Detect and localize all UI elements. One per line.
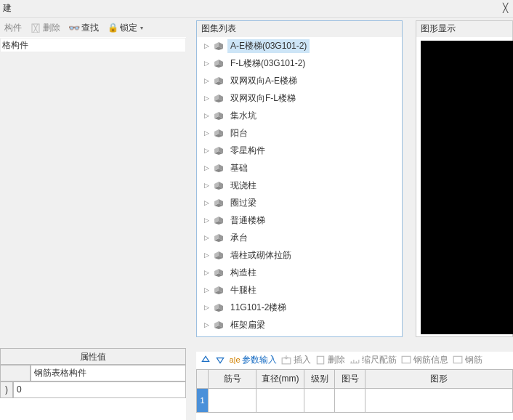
tree-item[interactable]: ▷A-E楼梯(03G101-2) [200, 37, 400, 54]
left-item-row[interactable]: 格构件 [0, 38, 186, 52]
lock-button[interactable]: 🔒 锁定 ▾ [103, 18, 148, 37]
expand-icon[interactable]: ▷ [203, 112, 210, 119]
delete-button[interactable]: 删除 [26, 18, 65, 37]
steel-icon [453, 355, 463, 365]
col-level[interactable]: 级别 [304, 370, 335, 389]
delete-icon-2 [315, 355, 326, 365]
expand-icon[interactable]: ▷ [203, 147, 210, 154]
rebar-info-button[interactable]: 钢筋信息 [401, 354, 448, 366]
tree-item[interactable]: ▷双网双向F-L楼梯 [200, 89, 400, 107]
tree-item[interactable]: ▷承台 [200, 229, 400, 246]
tree-item[interactable]: ▷11G101-2楼梯 [200, 299, 400, 316]
component-button[interactable]: 构件 [0, 18, 26, 37]
left-item-label: 格构件 [2, 40, 28, 50]
expand-icon[interactable]: ▷ [203, 60, 210, 67]
find-button[interactable]: 👓 查找 [65, 18, 103, 37]
cell-jinhao[interactable] [209, 389, 256, 413]
tree-item[interactable]: ▷双网双向A-E楼梯 [200, 72, 400, 89]
tree-item-label: 零星构件 [227, 144, 268, 158]
scale-button[interactable]: 缩尺配筋 [350, 354, 397, 366]
expand-icon[interactable]: ▷ [203, 286, 210, 294]
row-number: 1 [197, 389, 209, 413]
prop-cell-b2[interactable]: 0 [13, 381, 186, 398]
table-row[interactable]: 1 [197, 389, 513, 413]
col-shape[interactable]: 图形 [365, 370, 513, 389]
expand-icon[interactable]: ▷ [203, 269, 210, 276]
col-tunum[interactable]: 图号 [335, 370, 365, 389]
table-row: ) 0 [0, 381, 186, 398]
tree-item[interactable]: ▷牛腿柱 [200, 281, 400, 299]
graphic-canvas [421, 41, 513, 334]
expand-icon[interactable]: ▷ [203, 251, 210, 259]
expand-icon[interactable]: ▷ [203, 164, 210, 171]
tree-item[interactable]: ▷零星构件 [200, 142, 400, 159]
book-icon [213, 41, 225, 51]
cell-diameter[interactable] [256, 389, 304, 413]
tree-item-label: F-L楼梯(03G101-2) [227, 57, 308, 70]
tree-item-label: A-E楼梯(03G101-2) [227, 39, 310, 53]
expand-icon[interactable]: ▷ [203, 304, 210, 311]
down-arrow-button[interactable] [215, 355, 225, 365]
tree-item[interactable]: ▷集水坑 [200, 107, 400, 124]
delete-button-2[interactable]: 删除 [315, 354, 345, 366]
prop-cell-b[interactable]: 钢筋表格构件 [31, 365, 186, 381]
expand-icon[interactable]: ▷ [203, 77, 210, 84]
tree-item[interactable]: ▷普通楼梯 [200, 211, 400, 229]
book-icon [213, 128, 225, 138]
col-diameter[interactable]: 直径(mm) [256, 370, 304, 389]
book-icon [213, 285, 225, 295]
book-icon [213, 302, 225, 312]
steel-button[interactable]: 钢筋 [453, 354, 482, 366]
param-input-button[interactable]: a|e 参数输入 [230, 354, 277, 366]
svg-rect-3 [402, 356, 411, 363]
atlas-list-title: 图集列表 [197, 21, 402, 37]
tree-item[interactable]: ▷构造柱 [200, 264, 400, 281]
book-icon [213, 58, 225, 68]
tree-item[interactable]: ▷圈过梁 [200, 194, 400, 211]
tree-item[interactable]: ▷基础 [200, 159, 400, 177]
cell-tunum[interactable] [335, 389, 365, 413]
close-icon[interactable]: ╳ [500, 2, 510, 14]
up-arrow-button[interactable] [201, 355, 211, 365]
window-title-fragment: 建 [0, 2, 12, 15]
tree-item-label: 牛腿柱 [227, 283, 259, 297]
tree-item-label: 阳台 [227, 126, 251, 140]
scrollbar[interactable] [403, 20, 410, 336]
tree-item[interactable]: ▷F-L楼梯(03G101-2) [200, 54, 400, 72]
tree-item-label: 框架扁梁 [227, 318, 268, 332]
expand-icon[interactable]: ▷ [203, 129, 210, 137]
expand-icon[interactable]: ▷ [203, 182, 210, 189]
expand-icon[interactable]: ▷ [203, 42, 210, 49]
left-toolbar: 构件 删除 👓 查找 🔒 锁定 ▾ [0, 18, 186, 38]
lock-icon: 🔒 [108, 23, 118, 33]
expand-icon[interactable]: ▷ [203, 94, 210, 102]
insert-label: 插入 [294, 354, 311, 366]
book-icon [213, 163, 225, 173]
tree-item-label: 现浇柱 [227, 179, 259, 193]
rebar-info-icon [401, 355, 411, 365]
col-jinhao[interactable]: 筋号 [209, 370, 256, 389]
find-label: 查找 [81, 22, 99, 34]
tree-item[interactable]: ▷现浇柱 [200, 177, 400, 194]
tree-item-label: 圈过梁 [227, 196, 259, 210]
tree-item[interactable]: ▷阳台 [200, 124, 400, 142]
book-icon [213, 233, 225, 243]
tree-item-label: 11G101-2楼梯 [227, 301, 289, 315]
param-input-label: 参数输入 [242, 354, 277, 366]
insert-button[interactable]: 插入 [281, 354, 311, 366]
tree-item-label: 承台 [227, 231, 251, 245]
expand-icon[interactable]: ▷ [203, 321, 210, 328]
expand-icon[interactable]: ▷ [203, 234, 210, 241]
book-icon [213, 198, 225, 208]
tree-item[interactable]: ▷墙柱或砌体拉筋 [200, 246, 400, 264]
prop-cell-a [0, 365, 31, 381]
book-icon [213, 215, 225, 225]
cell-shape[interactable] [365, 389, 513, 413]
delete-label: 删除 [43, 22, 60, 34]
rebar-area: a|e 参数输入 插入 删除 缩尺配筋 [196, 352, 513, 420]
expand-icon[interactable]: ▷ [203, 217, 210, 224]
tree-item[interactable]: ▷框架扁梁 [200, 316, 400, 334]
expand-icon[interactable]: ▷ [203, 199, 210, 206]
property-header: 属性值 [0, 348, 186, 365]
cell-level[interactable] [304, 389, 335, 413]
